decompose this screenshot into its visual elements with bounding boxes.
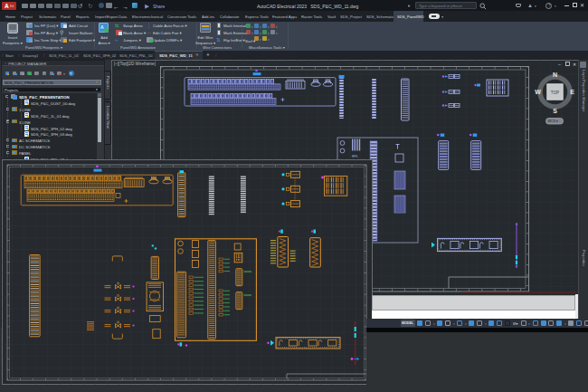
svg-text:N: N: [553, 72, 557, 78]
svg-text:E: E: [570, 89, 574, 95]
svg-text:W: W: [535, 89, 541, 95]
svg-text:✕: ✕: [573, 62, 576, 67]
svg-text:[–][Top][2D Wireframe]: [–][Top][2D Wireframe]: [114, 62, 156, 66]
svg-text:WCS ▾: WCS ▾: [547, 120, 557, 123]
svg-text:RPS: RPS: [352, 155, 357, 158]
svg-text:–: –: [558, 62, 561, 67]
svg-text:S: S: [553, 108, 557, 114]
svg-text:TOP: TOP: [551, 91, 559, 95]
